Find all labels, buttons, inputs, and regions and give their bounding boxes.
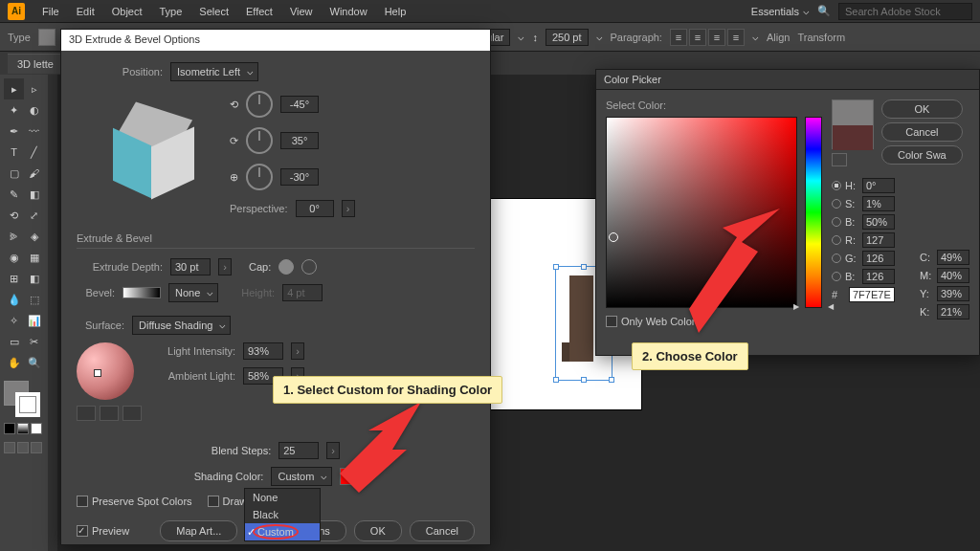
depth-arrow[interactable]: › [218, 258, 232, 276]
out-of-gamut-icon[interactable] [832, 153, 847, 166]
blend-steps-input[interactable] [278, 442, 319, 459]
transform-label[interactable]: Transform [797, 32, 845, 43]
eyedropper-tool[interactable]: 💧 [4, 289, 24, 310]
scale-tool[interactable]: ⤢ [24, 205, 44, 226]
perspective-arrow[interactable]: › [342, 200, 355, 217]
position-dropdown[interactable]: Isometric Left [170, 62, 258, 81]
hue-slider[interactable] [805, 117, 822, 308]
surface-dropdown[interactable]: Diffuse Shading [132, 316, 231, 335]
light-intensity-input[interactable] [243, 342, 283, 360]
paintbrush-tool[interactable]: 🖌 [24, 163, 44, 184]
justify-icon[interactable]: ≡ [727, 29, 745, 46]
light-sphere-preview[interactable] [77, 342, 134, 400]
cap-on-icon[interactable] [278, 259, 294, 275]
color-mode-icon[interactable] [4, 423, 15, 434]
rectangle-tool[interactable]: ▢ [4, 163, 24, 184]
delete-light-button[interactable] [122, 406, 142, 421]
mesh-tool[interactable]: ⊞ [4, 268, 24, 289]
color-swatches[interactable] [4, 381, 42, 419]
preserve-spot-checkbox[interactable] [77, 496, 88, 507]
cube-preview[interactable] [105, 106, 201, 202]
shape-builder-tool[interactable]: ◉ [4, 247, 24, 268]
g-input[interactable] [862, 251, 895, 266]
z-rotation-dial[interactable] [246, 164, 273, 190]
stroke-color-swatch[interactable] [15, 392, 40, 417]
color-swatches-button[interactable]: Color Swa [881, 145, 963, 165]
menu-effect[interactable]: Effect [238, 3, 280, 20]
option-custom[interactable]: Custom [245, 523, 320, 540]
rotate-tool[interactable]: ⟲ [4, 205, 24, 226]
width-tool[interactable]: ⫸ [4, 226, 24, 247]
picker-cancel-button[interactable]: Cancel [881, 122, 963, 142]
cap-off-icon[interactable] [301, 259, 317, 275]
draw-normal-icon[interactable] [4, 442, 15, 453]
menu-file[interactable]: File [34, 3, 67, 20]
b-radio[interactable] [832, 217, 841, 227]
menu-object[interactable]: Object [104, 3, 150, 20]
type-tool[interactable]: T [4, 142, 24, 163]
draw-hidden-checkbox[interactable] [208, 496, 219, 507]
x-rotation-input[interactable] [280, 96, 319, 113]
align-left-icon[interactable]: ≡ [670, 29, 687, 46]
h-input[interactable] [862, 178, 895, 193]
k-input[interactable] [937, 304, 969, 320]
hex-input[interactable] [849, 287, 895, 302]
gradient-mode-icon[interactable] [17, 423, 29, 434]
blend-tool[interactable]: ⬚ [24, 289, 44, 310]
c-input[interactable] [937, 250, 969, 265]
map-art-button[interactable]: Map Art... [160, 520, 237, 541]
gradient-tool[interactable]: ◧ [24, 268, 44, 289]
align-label[interactable]: Align [767, 32, 790, 43]
perspective-tool[interactable]: ▦ [24, 247, 44, 268]
curvature-tool[interactable]: 〰 [24, 121, 44, 142]
web-colors-checkbox[interactable] [606, 316, 617, 327]
color-cursor[interactable] [609, 232, 618, 242]
magic-wand-tool[interactable]: ✦ [4, 99, 24, 121]
bl-input[interactable] [862, 269, 895, 284]
selection-tool[interactable]: ▸ [4, 78, 24, 99]
symbol-tool[interactable]: ✧ [4, 310, 24, 331]
y-rotation-input[interactable] [280, 132, 319, 149]
h-radio[interactable] [832, 181, 841, 190]
artboard-tool[interactable]: ▭ [4, 331, 24, 352]
extrude-depth-input[interactable] [170, 258, 211, 276]
zoom-tool[interactable]: 🔍 [24, 352, 44, 373]
hand-tool[interactable]: ✋ [4, 352, 24, 373]
r-input[interactable] [862, 232, 895, 248]
bl-radio[interactable] [832, 272, 841, 281]
ok-button[interactable]: OK [354, 520, 402, 541]
g-radio[interactable] [832, 253, 841, 263]
m-input[interactable] [937, 268, 969, 283]
workspace-switcher[interactable]: Essentials ⌵ [751, 5, 810, 17]
none-mode-icon[interactable] [31, 423, 42, 434]
shaper-tool[interactable]: ✎ [4, 184, 24, 205]
slice-tool[interactable]: ✂ [24, 331, 44, 352]
size-select[interactable]: 250 pt [546, 29, 589, 46]
menu-window[interactable]: Window [323, 3, 375, 20]
line-tool[interactable]: ╱ [24, 142, 44, 163]
s-input[interactable] [862, 196, 895, 211]
menu-select[interactable]: Select [191, 3, 236, 20]
search-input[interactable] [838, 3, 972, 20]
menu-help[interactable]: Help [377, 3, 414, 20]
document-tab[interactable]: 3D lette [8, 54, 63, 74]
cancel-button[interactable]: Cancel [410, 520, 475, 541]
picker-ok-button[interactable]: OK [881, 99, 963, 119]
graph-tool[interactable]: 📊 [24, 310, 44, 331]
perspective-input[interactable] [296, 200, 334, 217]
draw-inside-icon[interactable] [31, 442, 42, 453]
shading-color-dropdown[interactable]: Custom [271, 467, 332, 486]
align-center-icon[interactable]: ≡ [689, 29, 706, 46]
direct-selection-tool[interactable]: ▹ [24, 78, 44, 99]
x-rotation-dial[interactable] [246, 91, 273, 118]
pen-tool[interactable]: ✒ [4, 121, 24, 142]
align-right-icon[interactable]: ≡ [708, 29, 725, 46]
eraser-tool[interactable]: ◧ [24, 184, 44, 205]
free-transform-tool[interactable]: ◈ [24, 226, 44, 247]
bevel-dropdown[interactable]: None [168, 283, 218, 302]
draw-behind-icon[interactable] [17, 442, 29, 453]
fill-swatch[interactable] [38, 29, 56, 46]
menu-view[interactable]: View [282, 3, 321, 20]
lasso-tool[interactable]: ◐ [24, 99, 44, 121]
r-radio[interactable] [832, 235, 841, 245]
